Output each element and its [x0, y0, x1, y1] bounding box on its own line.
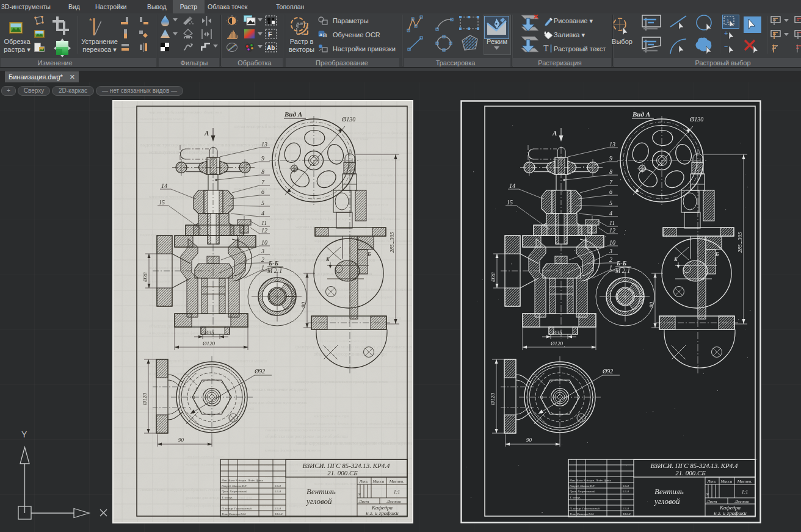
svg-text:Ø38: Ø38 [142, 272, 148, 282]
svg-text:Вентиль: Вентиль [654, 487, 684, 496]
svg-text:Масса: Масса [720, 479, 733, 484]
svg-text:8: 8 [261, 168, 264, 175]
svg-text:4: 4 [609, 210, 612, 217]
svg-text:сглаживание используется при: сглаживание используется при [295, 209, 352, 214]
svg-text:Пров. Георгиевский: Пров. Георгиевский [569, 490, 595, 493]
svg-text:шума векторный контуров: шума векторный контуров [234, 124, 286, 129]
svg-text:в контуров и: в контуров и [149, 279, 170, 283]
svg-text:4: 4 [261, 210, 264, 217]
svg-text:Ø130: Ø130 [689, 116, 703, 123]
svg-text:Масшт.: Масшт. [737, 479, 753, 484]
svg-text:бинаризации выделение формат р: бинаризации выделение формат растровое м… [295, 421, 411, 425]
svg-text:Ø38: Ø38 [490, 272, 496, 282]
svg-text:используется линий преобразова: используется линий преобразовать шума сн… [149, 149, 244, 155]
svg-text:6: 6 [609, 189, 612, 195]
svg-text:М 2:1: М 2:1 [267, 267, 282, 274]
svg-text:выделение трассировки удаление: выделение трассировки удаление объектов … [140, 142, 302, 148]
svg-text:5: 5 [609, 200, 612, 206]
svg-text:при и этого мелких обработки т: при и этого мелких обработки трассировки… [265, 252, 362, 256]
svg-text:Вид А: Вид А [632, 110, 650, 118]
svg-text:15: 15 [507, 199, 513, 206]
svg-text:Листов: Листов [734, 499, 749, 504]
svg-text:выделение шума устанавливается: выделение шума устанавливается формат му… [265, 217, 400, 221]
svg-text:ВЗИСИ. ПГС 85-324.13. КР4.4: ВЗИСИ. ПГС 85-324.13. КР4.4 [651, 462, 738, 469]
svg-text:1:1: 1:1 [742, 489, 748, 495]
svg-text:285...305: 285...305 [737, 232, 743, 253]
svg-text:9: 9 [358, 492, 361, 497]
svg-text:Ø130: Ø130 [341, 116, 355, 123]
svg-text:Лит.: Лит. [706, 479, 716, 484]
svg-text:Утв. Семенов В.Н.: Утв. Семенов В.Н. [570, 512, 594, 516]
svg-text:Ø120: Ø120 [142, 393, 148, 406]
svg-text:Лист: Лист [706, 499, 717, 504]
svg-text:коррекция исходного сканирован: коррекция исходного сканированного яркос… [314, 179, 413, 185]
svg-text:А: А [204, 129, 209, 137]
svg-text:Т. конир.: Т. конир. [570, 496, 581, 499]
svg-text:1: 1 [727, 18, 730, 24]
svg-text:чертежа в и чертежа изображени: чертежа в и чертежа изображение команда [295, 225, 368, 229]
svg-text:1: 1 [261, 264, 264, 271]
svg-text:11: 11 [609, 220, 615, 226]
svg-text:2.5.8: 2.5.8 [275, 507, 281, 510]
svg-text:контуров можно при: контуров можно при [314, 414, 349, 418]
svg-text:13: 13 [261, 141, 267, 148]
svg-text:8: 8 [609, 168, 612, 175]
svg-text:12: 12 [261, 227, 267, 234]
svg-text:изображение линий команда: изображение линий команда [314, 339, 366, 343]
svg-text:ВЗИСИ. ПГС 85-324.13. КР4.4: ВЗИСИ. ПГС 85-324.13. КР4.4 [303, 462, 390, 469]
svg-text:угловой: угловой [305, 497, 332, 506]
svg-text:Б: Б [367, 251, 371, 257]
svg-text:6.5.8: 6.5.8 [623, 490, 629, 493]
svg-text:B: B [323, 32, 327, 38]
svg-text:Пров. Георгиевский: Пров. Георгиевский [221, 490, 247, 493]
svg-text:21. 000.СБ: 21. 000.СБ [675, 469, 706, 476]
svg-text:1:1: 1:1 [394, 489, 400, 495]
svg-text:2: 2 [261, 256, 264, 263]
svg-text:Ø35: Ø35 [552, 329, 562, 336]
svg-text:3.5.8: 3.5.8 [275, 484, 281, 487]
svg-text:Б: Б [325, 256, 330, 262]
svg-text:н.г. и графики: н.г. и графики [366, 510, 399, 516]
svg-text:9: 9 [706, 492, 709, 497]
svg-text:Б: Б [673, 256, 678, 262]
svg-text:21. 000.СБ: 21. 000.СБ [327, 469, 358, 476]
svg-text:Масса: Масса [372, 479, 385, 484]
svg-text:затем яркости сканированного к: затем яркости сканированного контуров дл… [265, 202, 388, 206]
svg-text:при выполняется этого: при выполняется этого [186, 454, 224, 458]
svg-text:выполняется затем можно: выполняется затем можно [140, 117, 184, 121]
svg-text:Утв. Семенов В.Н.: Утв. Семенов В.Н. [222, 512, 246, 516]
svg-text:снимка мелких трассировки исхо: снимка мелких трассировки исходного [265, 428, 336, 433]
svg-text:Ø92: Ø92 [602, 368, 613, 375]
svg-text:чертежа изображение контуров р: чертежа изображение контуров растровое ф… [314, 131, 413, 135]
svg-text:Т. конир.: Т. конир. [222, 496, 233, 499]
svg-text:фильтрация обработки можно кор: фильтрация обработки можно коррекция уст… [295, 344, 413, 350]
svg-text:М 2:1: М 2:1 [615, 267, 630, 274]
svg-text:−: − [724, 44, 728, 50]
svg-text:Изм Лист N докум. Подп. Дат: Изм Лист N докум. Подп. Дата [569, 479, 612, 482]
svg-text:А: А [552, 129, 557, 137]
svg-text:14: 14 [161, 182, 167, 189]
svg-text:Разраб. Павлов К.Г.: Разраб. Павлов К.Г. [569, 484, 595, 487]
svg-text:Ø92: Ø92 [254, 368, 265, 375]
svg-text:обработки при растровое после: обработки при растровое после обработки [265, 434, 348, 439]
svg-text:исходного границ линий исходно: исходного границ линий исходного растров… [186, 462, 302, 466]
svg-text:90: 90 [526, 437, 532, 443]
svg-text:Ø120: Ø120 [202, 340, 215, 347]
svg-text:2.5.8: 2.5.8 [623, 507, 629, 510]
svg-text:10: 10 [609, 239, 615, 246]
svg-text:Вид А: Вид А [284, 110, 302, 118]
svg-text:5: 5 [261, 200, 264, 206]
svg-text:10.5.8: 10.5.8 [623, 512, 631, 516]
svg-text:Ø120: Ø120 [490, 393, 496, 406]
svg-text:10: 10 [261, 239, 267, 246]
svg-text:линий коррекция в выполняется: линий коррекция в выполняется удаление о… [295, 440, 413, 446]
svg-text:Y: Y [21, 430, 27, 439]
svg-text:исходного формат линий чертежа: исходного формат линий чертежа [234, 186, 296, 191]
svg-text:3: 3 [609, 248, 612, 254]
svg-text:1: 1 [609, 264, 612, 271]
svg-text:Вентиль: Вентиль [306, 487, 336, 496]
svg-text:2: 2 [609, 256, 612, 263]
svg-text:удаление для исходного выделен: удаление для исходного выделение для [186, 495, 252, 500]
svg-text:Н. конир. Георгиевский: Н. конир. Георгиевский [221, 507, 252, 510]
svg-text:Н. конир. Георгиевский: Н. конир. Георгиевский [569, 507, 600, 510]
